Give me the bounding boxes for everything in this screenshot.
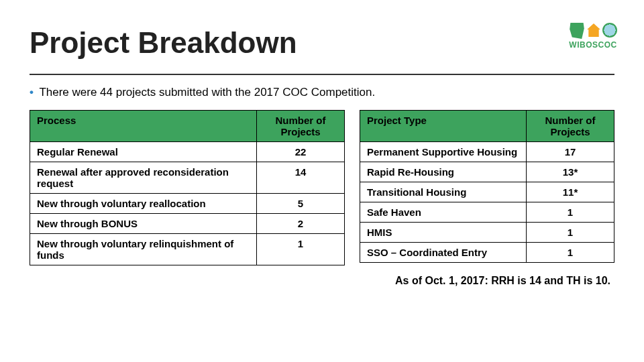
logo-icon-row: [569, 23, 617, 39]
col-process: Process: [30, 111, 257, 142]
cell-number: 17: [527, 142, 614, 162]
cell-number: 1: [527, 243, 614, 263]
table-row: HMIS 1: [360, 223, 614, 243]
page-title: Project Breakdown: [30, 27, 614, 59]
cell-number: 1: [527, 202, 614, 223]
bullet-dot-icon: •: [30, 86, 34, 99]
table-row: Renewal after approved reconsideration r…: [30, 162, 345, 194]
cell-type: Transitional Housing: [360, 182, 527, 202]
table-row: New through BONUS 2: [30, 214, 345, 234]
col-project-type: Project Type: [360, 111, 527, 142]
cell-process: New through voluntary relinquishment of …: [30, 234, 257, 265]
wisconsin-shape-icon: [569, 23, 585, 39]
cell-number: 14: [257, 162, 345, 194]
table-row: Rapid Re-Housing 13*: [360, 162, 614, 182]
cell-number: 11*: [527, 182, 614, 202]
table-row: Safe Haven 1: [360, 202, 614, 223]
cell-number: 1: [257, 234, 345, 265]
house-icon: [586, 23, 601, 38]
logo-text: WIBOSCOC: [569, 40, 617, 50]
col-number: Number of Projects: [527, 111, 614, 142]
cell-process: Regular Renewal: [30, 142, 257, 162]
globe-icon: [602, 23, 617, 38]
cell-number: 22: [257, 142, 345, 162]
col-number: Number of Projects: [257, 111, 345, 142]
cell-process: New through voluntary reallocation: [30, 194, 257, 214]
bullet-text: There were 44 projects submitted with th…: [39, 86, 375, 99]
tables-row: Process Number of Projects Regular Renew…: [30, 110, 614, 265]
table-row: SSO – Coordinated Entry 1: [360, 243, 614, 263]
table-row: Permanent Supportive Housing 17: [360, 142, 614, 162]
cell-number: 2: [257, 214, 345, 234]
cell-type: Permanent Supportive Housing: [360, 142, 527, 162]
footnote: As of Oct. 1, 2017: RRH is 14 and TH is …: [30, 275, 614, 287]
bullet-line: • There were 44 projects submitted with …: [30, 86, 614, 99]
cell-type: Rapid Re-Housing: [360, 162, 527, 182]
wiboscoc-logo: WIBOSCOC: [569, 23, 617, 50]
table-header-row: Process Number of Projects: [30, 111, 345, 142]
slide: Project Breakdown WIBOSCOC • There were …: [0, 0, 644, 362]
table-header-row: Project Type Number of Projects: [360, 111, 614, 142]
cell-process: New through BONUS: [30, 214, 257, 234]
cell-number: 13*: [527, 162, 614, 182]
table-row: New through voluntary relinquishment of …: [30, 234, 345, 265]
cell-number: 1: [527, 223, 614, 243]
table-row: New through voluntary reallocation 5: [30, 194, 345, 214]
divider: [30, 74, 614, 75]
process-table: Process Number of Projects Regular Renew…: [30, 110, 345, 265]
cell-type: SSO – Coordinated Entry: [360, 243, 527, 263]
cell-number: 5: [257, 194, 345, 214]
cell-type: Safe Haven: [360, 202, 527, 223]
table-row: Regular Renewal 22: [30, 142, 345, 162]
project-type-table: Project Type Number of Projects Permanen…: [360, 110, 614, 263]
table-row: Transitional Housing 11*: [360, 182, 614, 202]
cell-process: Renewal after approved reconsideration r…: [30, 162, 257, 194]
cell-type: HMIS: [360, 223, 527, 243]
